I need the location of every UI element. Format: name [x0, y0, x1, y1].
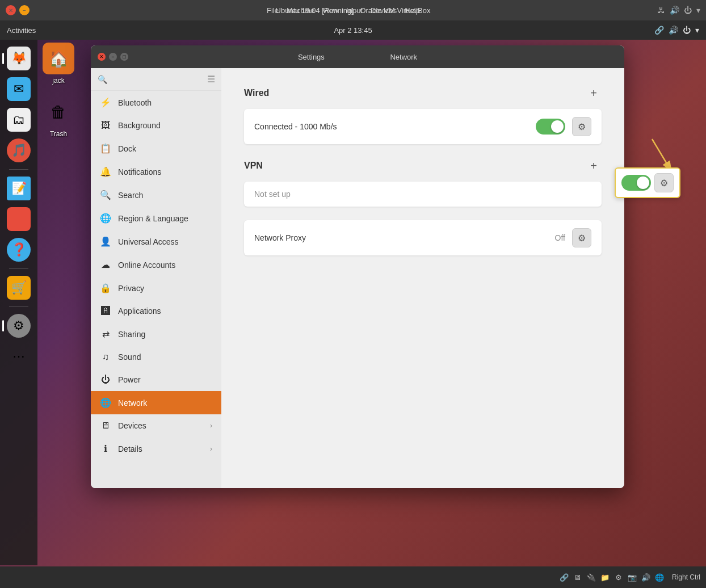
search-icon: 🔍: [98, 75, 107, 84]
sidebar-label-applications: Applications: [118, 306, 212, 316]
settings-icon: ⚙: [7, 314, 31, 338]
sidebar-item-online-accounts[interactable]: ☁ Online Accounts: [91, 253, 221, 276]
amazon-icon: 🛒: [7, 276, 31, 300]
desktop-icons: 🏠 jack 🗑 Trash: [43, 43, 74, 138]
sidebar-item-universal-access[interactable]: 👤 Universal Access: [91, 230, 221, 253]
wired-toggle[interactable]: [536, 119, 565, 135]
sidebar-item-notifications[interactable]: 🔔 Notifications: [91, 160, 221, 183]
topbar-menu-icon[interactable]: ▾: [695, 26, 699, 35]
sidebar-label-notifications: Notifications: [118, 167, 212, 177]
proxy-gear-button[interactable]: ⚙: [572, 228, 591, 247]
sidebar-search-row: 🔍 ☰: [91, 68, 221, 91]
desktop-icon-jack[interactable]: 🏠 jack: [43, 43, 74, 85]
network-icon: 🖧: [657, 6, 665, 15]
clock: Apr 2 13:45: [334, 26, 372, 35]
power-icon: ⏻: [684, 6, 692, 15]
taskbar-folder-icon[interactable]: 📁: [599, 572, 611, 583]
sidebar-item-sharing[interactable]: ⇄ Sharing: [91, 322, 221, 346]
sidebar-item-sound[interactable]: ♫ Sound: [91, 346, 221, 368]
annotation-toggle[interactable]: [621, 175, 651, 191]
annotation-gear-button[interactable]: ⚙: [654, 173, 674, 192]
sidebar-item-power[interactable]: ⏻ Power: [91, 368, 221, 391]
taskbar: 🔗 🖥 🔌 📁 ⚙ 📷 🔊 🌐 Right Ctrl: [0, 566, 706, 588]
sidebar-item-privacy[interactable]: 🔒 Privacy: [91, 276, 221, 300]
apps-grid-icon: ⋯: [7, 345, 31, 368]
dock-item-help[interactable]: ❓: [5, 236, 33, 264]
activities-button[interactable]: Activities: [7, 26, 36, 35]
sidebar-label-bluetooth: Bluetooth: [118, 98, 212, 107]
audio-icon: 🔊: [670, 6, 679, 15]
sidebar-item-bluetooth[interactable]: ⚡ Bluetooth: [91, 91, 221, 114]
settings-main-title: Network: [390, 53, 417, 61]
devices-arrow-icon: ›: [210, 422, 212, 430]
sidebar-item-search[interactable]: 🔍 Search: [91, 183, 221, 207]
dock-item-firefox[interactable]: 🦊: [5, 44, 33, 73]
wired-connection-card: Connected - 1000 Mb/s ⚙: [244, 109, 602, 144]
proxy-label: Network Proxy: [254, 233, 548, 242]
dock-item-apps[interactable]: ⋯: [5, 342, 33, 371]
sidebar-item-network[interactable]: 🌐 Network: [91, 391, 221, 414]
jack-folder-icon: 🏠: [43, 43, 74, 74]
sound-icon: ♫: [100, 352, 111, 362]
wired-add-button[interactable]: +: [586, 85, 602, 101]
sidebar-item-dock[interactable]: 📋 Dock: [91, 137, 221, 160]
dock-item-software[interactable]: [5, 205, 33, 233]
search-input[interactable]: [112, 75, 207, 83]
network-status-icon[interactable]: 🔗: [654, 26, 664, 35]
taskbar-settings-icon[interactable]: ⚙: [613, 572, 624, 583]
applications-icon: 🅰: [100, 306, 111, 316]
sidebar-label-search: Search: [118, 191, 212, 200]
dock-item-settings[interactable]: ⚙: [5, 312, 33, 340]
vbox-minimize-button[interactable]: −: [19, 5, 30, 15]
dock-item-email[interactable]: ✉: [5, 75, 33, 103]
trash-icon: 🗑: [43, 96, 74, 128]
sidebar-label-power: Power: [118, 375, 212, 384]
vpn-section-header: VPN +: [244, 158, 602, 174]
sidebar-label-privacy: Privacy: [118, 284, 212, 293]
writer-icon: 📝: [7, 177, 31, 200]
vpn-title: VPN: [244, 161, 263, 171]
window-maximize-button[interactable]: □: [120, 53, 128, 61]
sidebar-label-online-accounts: Online Accounts: [118, 261, 212, 270]
sidebar-item-devices[interactable]: 🖥 Devices ›: [91, 414, 221, 437]
vpn-status-label: Not set up: [254, 190, 591, 199]
online-accounts-icon: ☁: [100, 259, 111, 270]
network-settings-content: Wired + Connected - 1000 Mb/s ⚙ VPN: [221, 68, 624, 488]
right-ctrl-label: Right Ctrl: [672, 573, 700, 581]
sidebar-item-applications[interactable]: 🅰 Applications: [91, 300, 221, 322]
vpn-row: Not set up: [244, 182, 602, 207]
application-dock: 🦊 ✉ 🗂 🎵 📝 ❓ 🛒 ⚙ ⋯: [0, 40, 37, 565]
taskbar-usb-icon[interactable]: 🔌: [586, 572, 597, 583]
bluetooth-icon: ⚡: [100, 97, 111, 108]
taskbar-extra2-icon[interactable]: 🔊: [640, 572, 652, 583]
sound-status-icon[interactable]: 🔊: [669, 26, 678, 35]
dock-icon-sidebar: 📋: [100, 143, 111, 154]
dock-item-files[interactable]: 🗂: [5, 106, 33, 134]
power-icon-sidebar: ⏻: [100, 375, 111, 385]
wired-connection-row: Connected - 1000 Mb/s ⚙: [244, 109, 602, 144]
dock-item-writer[interactable]: 📝: [5, 174, 33, 203]
sidebar-item-background[interactable]: 🖼 Background: [91, 114, 221, 137]
dock-item-amazon[interactable]: 🛒: [5, 274, 33, 302]
window-close-button[interactable]: ✕: [98, 53, 106, 61]
sidebar-label-details: Details: [118, 444, 203, 453]
dock-item-rhythmbox[interactable]: 🎵: [5, 136, 33, 165]
desktop-icon-trash[interactable]: 🗑 Trash: [43, 96, 74, 138]
taskbar-extra3-icon[interactable]: 🌐: [654, 572, 665, 583]
taskbar-extra1-icon[interactable]: 📷: [627, 572, 638, 583]
sidebar-item-details[interactable]: ℹ Details ›: [91, 437, 221, 460]
vbox-close-button[interactable]: ✕: [6, 5, 16, 15]
sidebar-label-region: Region & Language: [118, 214, 212, 223]
toggle-knob: [551, 120, 564, 133]
window-controls: ✕ − □: [98, 53, 128, 61]
wired-gear-button[interactable]: ⚙: [572, 117, 591, 136]
taskbar-network-icon[interactable]: 🔗: [558, 572, 570, 583]
sidebar-item-region[interactable]: 🌐 Region & Language: [91, 207, 221, 230]
vpn-add-button[interactable]: +: [586, 158, 602, 174]
window-minimize-button[interactable]: −: [109, 53, 117, 61]
notifications-icon: 🔔: [100, 166, 111, 177]
hamburger-icon[interactable]: ☰: [207, 74, 215, 85]
power-status-icon[interactable]: ⏻: [683, 26, 691, 35]
sidebar-label-universal: Universal Access: [118, 237, 212, 246]
taskbar-display-icon[interactable]: 🖥: [572, 572, 583, 583]
